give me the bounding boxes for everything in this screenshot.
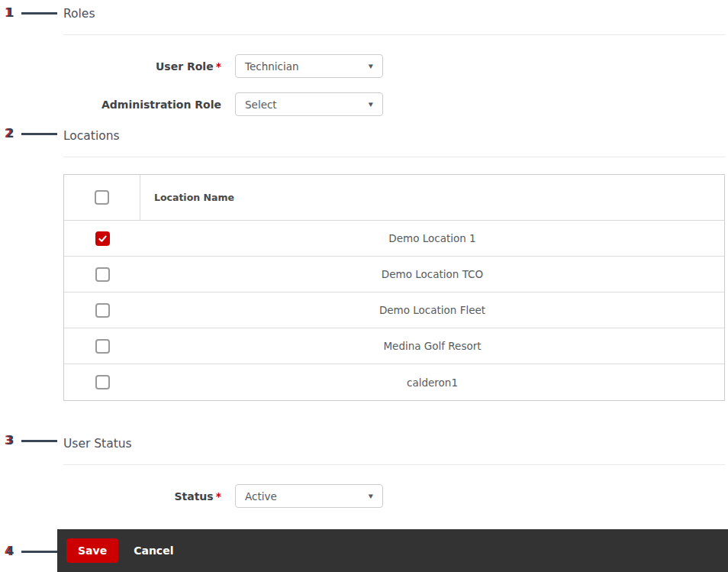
table-row: calderon1	[64, 364, 724, 400]
section-divider	[63, 34, 725, 35]
locations-section-title: Locations	[63, 116, 725, 143]
required-asterisk: *	[216, 60, 221, 73]
status-label: Status*	[63, 490, 221, 503]
section-divider	[63, 464, 725, 465]
location-name: calderon1	[140, 364, 724, 400]
user-role-row: User Role* Technician ▼	[63, 54, 725, 78]
location-name: Medina Golf Resort	[140, 328, 724, 364]
status-row: Status* Active ▼	[63, 484, 725, 508]
location-name: Demo Location Fleet	[140, 292, 724, 328]
location-checkbox[interactable]	[95, 339, 110, 354]
chevron-down-icon: ▼	[369, 493, 373, 499]
table-row: Demo Location 1	[64, 221, 724, 257]
roles-section-title: Roles	[63, 0, 725, 21]
user-role-select[interactable]: Technician ▼	[235, 54, 383, 78]
required-asterisk: *	[216, 490, 221, 503]
footer-action-bar: Save Cancel	[57, 529, 728, 572]
annotation-line	[21, 12, 57, 15]
location-name: Demo Location TCO	[140, 257, 724, 292]
administration-role-label: Administration Role	[63, 99, 221, 111]
table-row: Demo Location TCO	[64, 257, 724, 292]
annotation-number: 2	[6, 127, 17, 141]
status-select[interactable]: Active ▼	[235, 484, 383, 508]
location-name: Demo Location 1	[140, 221, 724, 257]
chevron-down-icon: ▼	[369, 63, 373, 69]
user-role-selected-value: Technician	[245, 60, 299, 73]
user-role-label: User Role*	[63, 60, 221, 73]
user-form-page: 1 2 3 4 Roles User Role* Technician ▼ Ad…	[0, 0, 728, 572]
check-icon	[98, 234, 108, 244]
select-all-checkbox[interactable]	[95, 190, 109, 205]
location-checkbox[interactable]	[95, 375, 110, 389]
location-checkbox[interactable]	[95, 231, 110, 246]
administration-role-selected-value: Select	[245, 99, 277, 111]
user-status-section-title: User Status	[63, 401, 725, 451]
table-row: Demo Location Fleet	[64, 292, 724, 328]
annotation-line	[21, 551, 60, 553]
location-checkbox[interactable]	[95, 267, 110, 282]
annotation-marker-4: 4	[6, 543, 60, 560]
form-content: Roles User Role* Technician ▼ Administra…	[63, 0, 725, 508]
cancel-button[interactable]: Cancel	[134, 545, 173, 557]
save-button[interactable]: Save	[66, 538, 118, 563]
locations-table-header-row: Location Name	[64, 175, 724, 221]
status-selected-value: Active	[245, 490, 277, 503]
annotation-line	[21, 440, 57, 442]
locations-table: Location Name Demo Location 1	[63, 174, 725, 401]
administration-role-row: Administration Role Select ▼	[63, 92, 725, 116]
administration-role-select[interactable]: Select ▼	[235, 92, 383, 116]
annotation-number: 1	[6, 6, 17, 20]
section-divider	[63, 157, 725, 157]
annotation-marker-3: 3	[6, 432, 57, 449]
annotation-marker-2: 2	[6, 125, 57, 142]
annotation-number: 3	[6, 434, 17, 448]
annotation-number: 4	[6, 545, 17, 558]
chevron-down-icon: ▼	[369, 101, 373, 107]
location-checkbox[interactable]	[95, 303, 110, 318]
table-row: Medina Golf Resort	[64, 328, 724, 364]
location-name-column-header: Location Name	[140, 175, 724, 221]
annotation-line	[21, 133, 57, 135]
annotation-marker-1: 1	[6, 5, 57, 21]
